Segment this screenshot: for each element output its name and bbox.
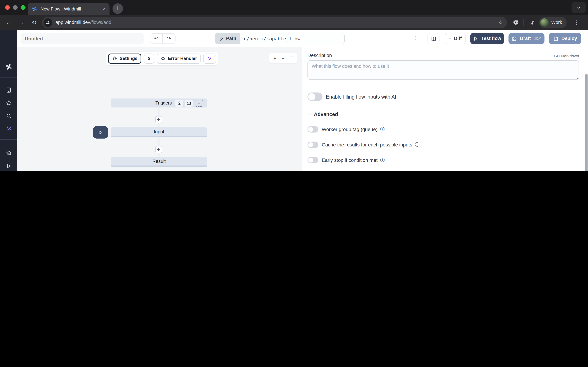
path-input[interactable] <box>240 33 344 44</box>
description-textarea[interactable] <box>307 60 579 80</box>
windmill-logo[interactable] <box>0 64 17 70</box>
page-scrollbar[interactable] <box>585 74 588 171</box>
triggers-node[interactable]: Triggers + <box>111 99 207 108</box>
test-flow-button[interactable]: Test flow <box>470 33 504 44</box>
browser-tab[interactable]: New Flow | Windmill × <box>28 3 110 15</box>
gear-icon <box>112 56 117 61</box>
toolbar-right: Work ⋮ <box>512 17 582 28</box>
sidebar-divider <box>0 77 17 77</box>
description-label: Description <box>307 52 332 58</box>
input-node[interactable]: Input <box>111 127 207 138</box>
ai-inputs-toggle[interactable] <box>307 92 322 101</box>
diff-label: Diff <box>454 36 462 41</box>
reading-list-icon[interactable] <box>528 19 534 25</box>
browser-menu-icon[interactable]: ⋮ <box>574 19 579 25</box>
book-icon <box>431 36 436 42</box>
tab-search-chevron-icon[interactable] <box>571 2 586 13</box>
add-trigger-button[interactable]: + <box>195 100 203 107</box>
sidebar-divider-2 <box>0 139 17 140</box>
insert-step-button[interactable]: ✚ <box>155 116 162 123</box>
play-icon <box>473 36 479 42</box>
result-node-label: Result <box>152 158 166 164</box>
extensions-puzzle-icon[interactable] <box>512 19 519 25</box>
undo-button[interactable]: ↶ <box>150 34 163 43</box>
bug-icon <box>160 56 166 61</box>
info-icon[interactable]: ⓘ <box>415 142 419 148</box>
draft-label: Draft <box>520 36 531 41</box>
toolbar-divider <box>523 19 523 26</box>
sidebar-item-runs[interactable] <box>0 163 17 169</box>
triggers-label: Triggers <box>156 100 172 106</box>
ai-wand-button[interactable] <box>203 53 216 63</box>
reload-icon[interactable]: ↻ <box>28 19 41 26</box>
sidebar-item-home[interactable] <box>0 150 17 156</box>
minimize-window-button[interactable] <box>13 5 18 10</box>
run-input-button[interactable] <box>93 126 108 139</box>
path-group: Path <box>215 33 345 44</box>
browser-toolbar: ← → ↻ app.windmill.dev/flows/add ☆ Work … <box>0 15 588 30</box>
browser-profile-chip[interactable]: Work <box>539 17 566 28</box>
canvas-toolbar: Settings $ Error Handler <box>106 52 218 65</box>
sidebar-item-favorites[interactable] <box>0 100 17 106</box>
back-icon[interactable]: ← <box>2 19 15 26</box>
flow-name-input[interactable] <box>21 33 144 44</box>
sidebar: $ <box>0 30 17 171</box>
deploy-button[interactable]: Deploy <box>549 33 581 44</box>
settings-button[interactable]: Settings <box>108 53 141 63</box>
path-label: Path <box>226 36 236 41</box>
flow-more-menu-icon[interactable]: ⋮ <box>413 35 418 41</box>
redo-button[interactable]: ↷ <box>163 34 175 43</box>
draft-button[interactable]: Draft ⌘S <box>509 33 545 44</box>
sidebar-item-ai-wand[interactable] <box>0 125 17 132</box>
cache-results-toggle[interactable] <box>307 142 318 148</box>
save-icon <box>512 36 517 42</box>
browser-tab-strip: New Flow | Windmill × + <box>0 0 588 15</box>
info-icon[interactable]: ⓘ <box>380 157 385 163</box>
zoom-in-icon[interactable]: + <box>271 55 279 61</box>
result-node[interactable]: Result <box>111 157 207 167</box>
flow-canvas[interactable]: Settings $ Error Handler + − <box>17 47 303 171</box>
early-stop-label: Early stop if condition met <box>322 157 378 163</box>
docs-book-button[interactable] <box>428 33 440 44</box>
close-window-button[interactable] <box>5 5 10 10</box>
pencil-icon <box>219 36 224 41</box>
advanced-section-header[interactable]: Advanced <box>307 112 579 117</box>
windmill-favicon <box>32 6 37 12</box>
editor-header: ↶ ↷ Path ⋮ ± Diff Test flow <box>17 30 588 47</box>
profile-avatar <box>540 18 549 26</box>
info-icon[interactable]: ⓘ <box>380 126 385 133</box>
fit-view-icon[interactable] <box>287 55 295 61</box>
maximize-window-button[interactable] <box>21 5 26 10</box>
zoom-out-icon[interactable]: − <box>279 55 287 61</box>
windmill-app: $ ↶ ↷ Path <box>0 30 588 171</box>
webhook-trigger-icon[interactable] <box>175 100 183 107</box>
deploy-label: Deploy <box>562 36 577 41</box>
error-handler-button[interactable]: Error Handler <box>157 53 201 63</box>
plus-minus-icon: ± <box>449 36 451 41</box>
worker-group-toggle[interactable] <box>307 126 318 133</box>
dollar-button[interactable]: $ <box>144 53 154 63</box>
sidebar-item-search[interactable] <box>0 113 17 119</box>
canvas-zoom-controls: + − <box>269 53 297 63</box>
sidebar-item-workspace[interactable] <box>0 87 17 93</box>
magic-wand-icon <box>207 56 212 61</box>
email-trigger-icon[interactable] <box>185 100 193 107</box>
markdown-hint: GH Markdown <box>554 53 579 58</box>
forward-icon[interactable]: → <box>15 19 28 26</box>
error-handler-label: Error Handler <box>168 56 197 61</box>
close-tab-icon[interactable]: × <box>103 6 106 12</box>
bookmark-star-icon[interactable]: ☆ <box>498 19 503 26</box>
ai-inputs-label: Enable filling flow inputs with AI <box>326 94 396 100</box>
url-bar[interactable]: app.windmill.dev/flows/add ☆ <box>42 17 507 28</box>
diff-button[interactable]: ± Diff <box>445 33 466 44</box>
draft-shortcut: ⌘S <box>533 36 541 42</box>
input-node-label: Input <box>154 129 164 134</box>
insert-step-button-2[interactable]: ✚ <box>155 146 162 153</box>
early-stop-toggle[interactable] <box>307 157 318 163</box>
flow-settings-panel: Description GH Markdown Enable filling f… <box>303 47 588 171</box>
cache-results-label: Cache the results for each possible inpu… <box>322 142 412 148</box>
new-tab-button[interactable]: + <box>112 3 123 14</box>
site-settings-icon[interactable] <box>43 18 52 27</box>
profile-name: Work <box>551 20 562 25</box>
save-icon <box>553 36 559 42</box>
